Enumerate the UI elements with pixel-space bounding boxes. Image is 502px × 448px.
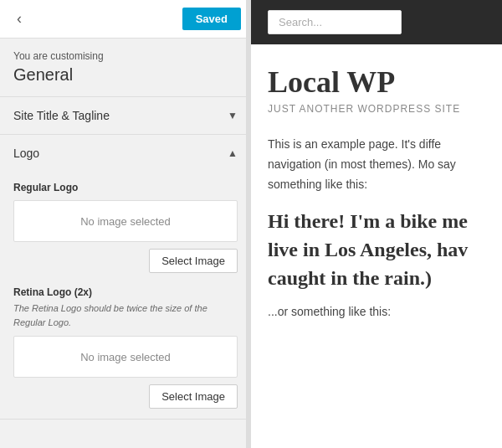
resize-handle[interactable] [246,0,251,448]
customising-title: General [0,65,251,96]
site-tagline: JUST ANOTHER WORDPRESS SITE [268,103,485,115]
regular-logo-placeholder: No image selected [13,200,238,242]
panel-content: You are customising General Site Title &… [0,39,251,448]
accordion-site-title: Site Title & Tagline ▼ [0,97,251,135]
site-title: Local WP [268,64,485,100]
saved-button[interactable]: Saved [182,8,241,30]
customizer-panel: ‹ Saved You are customising General Site… [0,0,251,448]
search-input[interactable]: Search... [268,10,402,34]
accordion-site-title-header[interactable]: Site Title & Tagline ▼ [0,97,251,134]
heading-2: Hi there! I'm a bike me live in Los Ange… [268,208,485,292]
no-image-text-regular: No image selected [80,215,171,228]
back-button[interactable]: ‹ [10,7,28,31]
accordion-logo: Logo ▲ Regular Logo No image selected Se… [0,135,251,420]
body-text-1: This is an example page. It's diffe navi… [268,135,485,194]
regular-logo-label: Regular Logo [13,182,238,193]
accordion-site-title-label: Site Title & Tagline [13,109,110,122]
top-bar: ‹ Saved [0,0,251,39]
select-image-button-retina[interactable]: Select Image [149,384,238,409]
retina-logo-section: Retina Logo (2x) The Retina Logo should … [13,286,238,409]
body-text-2: ...or something like this: [268,302,485,322]
logo-section-body: Regular Logo No image selected Select Im… [0,172,251,419]
retina-logo-placeholder: No image selected [13,336,238,378]
customising-label: You are customising [0,39,251,65]
chevron-down-icon: ▼ [228,110,238,121]
no-image-text-retina: No image selected [80,351,171,363]
retina-logo-description: The Retina Logo should be twice the size… [13,301,238,329]
site-header: Search... [251,0,502,44]
accordion-logo-header[interactable]: Logo ▲ [0,135,251,172]
accordion-logo-label: Logo [13,147,39,160]
chevron-up-icon: ▲ [228,147,238,159]
retina-logo-label: Retina Logo (2x) [13,286,238,298]
select-image-button-regular[interactable]: Select Image [149,249,238,273]
site-content: Local WP JUST ANOTHER WORDPRESS SITE Thi… [251,44,502,342]
site-preview: Search... Local WP JUST ANOTHER WORDPRES… [251,0,502,448]
